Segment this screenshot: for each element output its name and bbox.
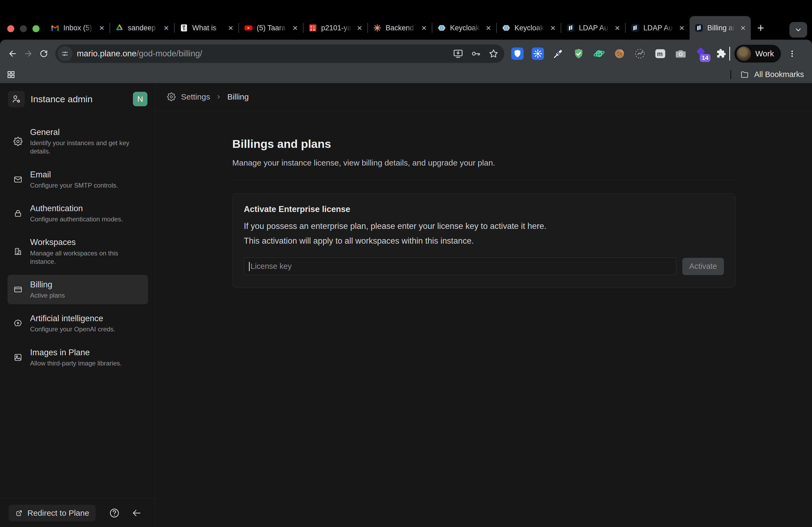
saturn-extension-icon[interactable] [593, 47, 605, 60]
drive-favicon [115, 23, 124, 32]
address-bar[interactable]: mario.plane.one/god-mode/billing/ [55, 45, 504, 63]
page-content: Instance admin N General Identify your i… [0, 83, 812, 527]
folder-icon [740, 70, 749, 79]
breadcrumb-billing: Billing [227, 92, 249, 102]
tab-title: Keycloak [450, 24, 482, 32]
tab-close-icon[interactable]: × [613, 23, 622, 32]
adguard-extension-icon[interactable] [572, 47, 585, 60]
ai-icon [13, 319, 23, 328]
puzzle-extension-icon[interactable] [715, 47, 728, 60]
install-app-icon[interactable] [453, 48, 463, 59]
active-tab[interactable]: Billing an × [690, 16, 751, 40]
graph-extension-icon[interactable] [634, 47, 646, 60]
tab-close-icon[interactable]: × [291, 23, 300, 32]
browser-tab[interactable]: LDAP Au × [626, 16, 690, 40]
browser-tab[interactable]: (5) Taara × [239, 16, 303, 40]
tab-close-icon[interactable]: × [548, 23, 557, 32]
tab-close-icon[interactable]: × [738, 23, 748, 32]
browser-tab[interactable]: Keycloak × [432, 16, 496, 40]
grid-icon [6, 70, 16, 79]
tab-title: Billing an [707, 24, 736, 32]
tab-close-icon[interactable]: × [484, 23, 493, 32]
apps-grid-button[interactable] [6, 70, 16, 79]
bookmark-star-icon[interactable] [488, 48, 499, 59]
close-window-button[interactable] [7, 25, 14, 32]
reload-button[interactable] [36, 46, 52, 61]
card-description-line2: This activation will apply to all worksp… [244, 236, 724, 246]
bitwarden-extension-icon[interactable] [511, 47, 524, 60]
tab-title: LDAP Au [643, 24, 675, 32]
profile-button[interactable]: Work [735, 45, 781, 62]
tab-close-icon[interactable]: × [355, 23, 364, 32]
sidebar-item-description: Allow third-party image libraries. [30, 359, 122, 367]
forward-button[interactable] [20, 46, 36, 61]
sidebar-item-description: Active plans [30, 291, 65, 299]
breadcrumb-settings[interactable]: Settings [181, 92, 210, 102]
tab-close-icon[interactable]: × [226, 23, 235, 32]
back-icon [8, 49, 17, 59]
sidebar-item-description: Configure authentication modes. [30, 215, 123, 223]
collapse-sidebar-button[interactable] [131, 508, 142, 518]
page-subtitle: Manage your instance license, view billi… [232, 158, 736, 167]
new-tab-button[interactable]: + [755, 16, 767, 40]
eyedropper-extension-icon[interactable] [552, 47, 564, 60]
redirect-to-plane-button[interactable]: Redirect to Plane [9, 505, 96, 521]
license-key-input[interactable] [244, 258, 677, 275]
sidebar-item-general[interactable]: General Identify your instances and get … [8, 122, 148, 161]
site-info-button[interactable] [57, 46, 73, 61]
browser-tab[interactable]: Inbox (5) × [46, 16, 110, 40]
sidebar-item-description: Configure your OpenAI creds. [30, 325, 115, 333]
browser-tab[interactable]: V LD B p2101-ya × [303, 16, 367, 40]
browser-window: Inbox (5) × sandeep ×MD What is × (5) Ta… [0, 0, 812, 527]
sun-burst-extension-icon[interactable] [532, 47, 544, 60]
sidebar-item-description: Manage all workspaces on this instance. [30, 249, 142, 266]
admin-sidebar: Instance admin N General Identify your i… [0, 83, 156, 527]
browser-tab[interactable]: Backend × [368, 16, 432, 40]
sidebar-item-authentication[interactable]: Authentication Configure authentication … [8, 199, 148, 228]
sidebar-item-label: General [30, 127, 142, 137]
extension-badge: 14 [700, 54, 710, 62]
sidebar-item-email[interactable]: Email Configure your SMTP controls. [8, 165, 148, 194]
tab-close-icon[interactable]: × [677, 23, 686, 32]
m-logo-extension-icon[interactable]: m [654, 47, 666, 60]
tab-close-icon[interactable]: × [162, 23, 171, 32]
camera-extension-icon[interactable] [675, 47, 687, 60]
user-avatar-badge[interactable]: N [133, 92, 147, 106]
password-key-icon[interactable] [470, 48, 481, 59]
back-button[interactable] [5, 46, 20, 61]
gear-icon [13, 137, 23, 146]
purple-diamond-extension-icon[interactable]: 14 [695, 47, 707, 60]
sidebar-item-artificial-intelligence[interactable]: Artificial intelligence Configure your O… [8, 308, 148, 338]
all-bookmarks-button[interactable]: All Bookmarks [730, 70, 804, 79]
browser-menu-button[interactable] [787, 47, 798, 60]
sidebar-item-workspaces[interactable]: Workspaces Manage all workspaces on this… [8, 232, 148, 270]
fullscreen-window-button[interactable] [32, 25, 40, 32]
svg-text:V L: V L [310, 26, 315, 28]
sidebar-title: Instance admin [31, 94, 127, 104]
sidebar-item-label: Images in Plane [30, 347, 122, 358]
sidebar-item-billing[interactable]: Billing Active plans [8, 275, 148, 304]
gmail-favicon [50, 23, 60, 32]
activate-button[interactable]: Activate [682, 258, 724, 275]
help-button[interactable] [109, 508, 120, 519]
minimize-window-button[interactable] [20, 25, 27, 32]
browser-tab[interactable]: Keycloak × [497, 16, 561, 40]
tab-title: (5) Taara [257, 24, 288, 32]
tab-title: LDAP Au [579, 24, 611, 32]
sidebar-item-texts: Email Configure your SMTP controls. [30, 169, 118, 190]
sidebar-item-texts: Workspaces Manage all workspaces on this… [30, 237, 142, 266]
sidebar-item-description: Configure your SMTP controls. [30, 181, 118, 190]
browser-tab[interactable]: LDAP Au × [561, 16, 625, 40]
browser-tab[interactable]: MD What is × [175, 16, 238, 40]
browser-tab[interactable]: sandeep × [110, 16, 174, 40]
sidebar-item-texts: Authentication Configure authentication … [30, 204, 123, 223]
url-path: /god-mode/billing/ [136, 49, 202, 58]
sidebar-item-images-in-plane[interactable]: Images in Plane Allow third-party image … [8, 343, 148, 372]
tab-close-icon[interactable]: × [419, 23, 429, 32]
cookie-extension-icon[interactable] [613, 47, 626, 60]
url-text: mario.plane.one/god-mode/billing/ [77, 49, 453, 59]
sidebar-item-texts: Images in Plane Allow third-party image … [30, 347, 122, 367]
tab-close-icon[interactable]: × [97, 23, 106, 32]
chevron-right-icon [215, 94, 222, 100]
tab-search-button[interactable] [789, 22, 807, 37]
